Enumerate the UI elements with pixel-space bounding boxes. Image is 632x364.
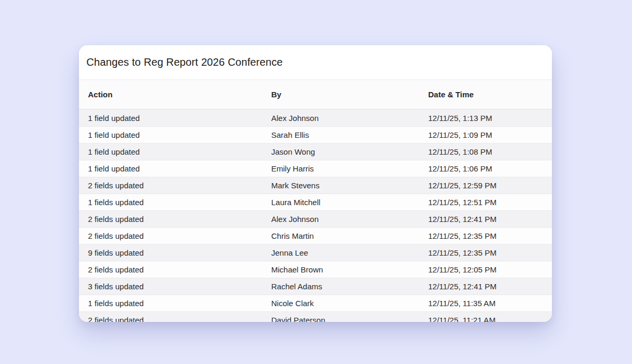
cell-datetime: 12/11/25, 11:21 AM xyxy=(428,316,552,322)
cell-by: Emily Harris xyxy=(271,164,428,173)
cell-by: Nicole Clark xyxy=(271,299,428,308)
card-title: Changes to Reg Report 2026 Conference xyxy=(86,56,283,68)
table-row: 1 field updatedJason Wong12/11/25, 1:08 … xyxy=(79,143,552,160)
column-header-datetime: Date & Time xyxy=(428,90,552,99)
cell-action: 2 fields updated xyxy=(88,231,271,240)
table-row: 1 field updatedSarah Ellis12/11/25, 1:09… xyxy=(79,126,552,143)
table-header-row: ActionByDate & Time xyxy=(79,80,552,109)
cell-action: 1 fields updated xyxy=(88,198,271,207)
cell-datetime: 12/11/25, 1:08 PM xyxy=(428,147,552,156)
cell-action: 9 fields updated xyxy=(88,248,271,257)
cell-by: Mark Stevens xyxy=(271,181,428,190)
cell-action: 1 field updated xyxy=(88,147,271,156)
table-row: 1 fields updatedNicole Clark12/11/25, 11… xyxy=(79,295,552,311)
cell-by: David Paterson xyxy=(271,316,428,322)
cell-action: 2 fields updated xyxy=(88,181,271,190)
cell-datetime: 12/11/25, 12:41 PM xyxy=(428,215,552,224)
cell-datetime: 12/11/25, 12:35 PM xyxy=(428,248,552,257)
cell-by: Rachel Adams xyxy=(271,282,428,291)
cell-action: 2 fields updated xyxy=(88,265,271,274)
table-row: 2 fields updatedMark Stevens12/11/25, 12… xyxy=(79,177,552,194)
table-row: 2 fields updatedMichael Brown12/11/25, 1… xyxy=(79,261,552,278)
table-row: 1 fields updatedLaura Mitchell12/11/25, … xyxy=(79,194,552,210)
column-header-action: Action xyxy=(88,90,271,99)
cell-datetime: 12/11/25, 1:13 PM xyxy=(428,114,552,123)
changes-log-card: Changes to Reg Report 2026 Conference Ac… xyxy=(79,45,552,322)
table-row: 3 fields updatedRachel Adams12/11/25, 12… xyxy=(79,278,552,295)
cell-by: Chris Martin xyxy=(271,231,428,240)
cell-datetime: 12/11/25, 1:09 PM xyxy=(428,130,552,139)
changes-table: ActionByDate & Time 1 field updatedAlex … xyxy=(79,80,552,322)
table-row: 1 field updatedAlex Johnson12/11/25, 1:1… xyxy=(79,109,552,126)
cell-by: Michael Brown xyxy=(271,265,428,274)
cell-by: Sarah Ellis xyxy=(271,130,428,139)
column-header-by: By xyxy=(271,90,428,99)
cell-action: 1 field updated xyxy=(88,164,271,173)
cell-action: 1 field updated xyxy=(88,130,271,139)
cell-action: 3 fields updated xyxy=(88,282,271,291)
cell-datetime: 12/11/25, 12:59 PM xyxy=(428,181,552,190)
table-row: 1 field updatedEmily Harris12/11/25, 1:0… xyxy=(79,160,552,177)
table-row: 9 fields updatedJenna Lee12/11/25, 12:35… xyxy=(79,244,552,261)
cell-action: 1 field updated xyxy=(88,114,271,123)
cell-by: Alex Johnson xyxy=(271,215,428,224)
cell-by: Alex Johnson xyxy=(271,114,428,123)
cell-by: Jason Wong xyxy=(271,147,428,156)
cell-by: Jenna Lee xyxy=(271,248,428,257)
cell-action: 2 fields updated xyxy=(88,215,271,224)
cell-datetime: 12/11/25, 1:06 PM xyxy=(428,164,552,173)
cell-datetime: 12/11/25, 12:41 PM xyxy=(428,282,552,291)
cell-datetime: 12/11/25, 12:51 PM xyxy=(428,198,552,207)
cell-datetime: 12/11/25, 11:35 AM xyxy=(428,299,552,308)
table-row: 2 fields updatedDavid Paterson12/11/25, … xyxy=(79,311,552,322)
table-row: 2 fields updatedAlex Johnson12/11/25, 12… xyxy=(79,210,552,227)
cell-by: Laura Mitchell xyxy=(271,198,428,207)
table-body[interactable]: 1 field updatedAlex Johnson12/11/25, 1:1… xyxy=(79,109,552,322)
cell-datetime: 12/11/25, 12:05 PM xyxy=(428,265,552,274)
card-header: Changes to Reg Report 2026 Conference xyxy=(79,45,552,80)
cell-action: 1 fields updated xyxy=(88,299,271,308)
cell-datetime: 12/11/25, 12:35 PM xyxy=(428,231,552,240)
page-background: { "card": { "title": "Changes to Reg Rep… xyxy=(0,0,632,364)
cell-action: 2 fields updated xyxy=(88,316,271,322)
table-row: 2 fields updatedChris Martin12/11/25, 12… xyxy=(79,227,552,244)
